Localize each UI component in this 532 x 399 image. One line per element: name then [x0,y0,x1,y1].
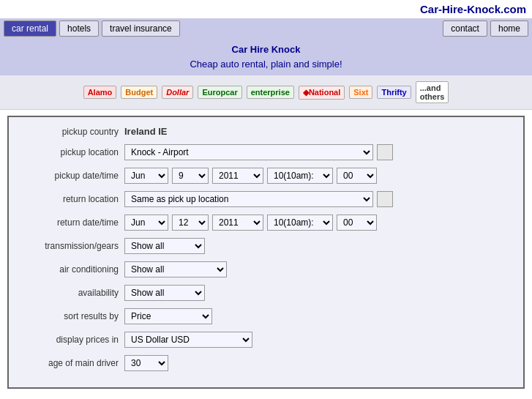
subtitle-line1: Car Hire Knock [0,42,532,57]
sort-row: sort results by Price Name Category [20,308,512,324]
nav-bar: car rental hotels travel insurance conta… [0,18,532,39]
pickup-datetime-controls: Jun 9 2011 10(10am): 00 [124,168,512,184]
return-color-box[interactable] [377,191,393,207]
transmission-controls: Show all Manual Automatic [124,238,512,254]
age-row: age of main driver 25 26 27 28 29 30 35 … [20,355,512,371]
return-month-select[interactable]: Jun [124,215,168,231]
ac-select[interactable]: Show all With AC Without AC [124,261,227,277]
pickup-country-value: Ireland IE [124,126,168,137]
currency-controls: US Dollar USD Euro EUR British Pound GBP [124,332,512,348]
ac-controls: Show all With AC Without AC [124,261,512,277]
age-label: age of main driver [20,358,119,368]
pickup-month-select[interactable]: Jun [124,168,168,184]
pickup-datetime-label: pickup date/time [20,171,119,181]
search-form: pickup country Ireland IE pickup locatio… [7,116,525,389]
subtitle: Car Hire Knock Cheap auto rental, plain … [0,39,532,75]
nav-left: car rental hotels travel insurance [4,20,443,37]
return-location-row: return location Same as pick up location [20,191,512,207]
nav-home[interactable]: home [490,20,528,37]
logo-alamo: Alamo [83,86,117,99]
pickup-color-box[interactable] [377,144,393,160]
nav-contact[interactable]: contact [443,20,487,37]
pickup-year-select[interactable]: 2011 [212,168,263,184]
logo-dollar: Dollar [162,86,193,99]
sort-label: sort results by [20,311,119,321]
availability-row: availability Show all Available only [20,285,512,301]
return-min-select[interactable]: 00 [337,215,377,231]
logo-europcar: Europcar [198,86,241,99]
logo-thrifty: Thrifty [377,86,411,99]
pickup-location-controls: Knock - Airport [124,144,512,160]
pickup-location-row: pickup location Knock - Airport [20,144,512,160]
nav-car-rental[interactable]: car rental [4,20,56,37]
logo-others: ...andothers [416,81,449,103]
availability-controls: Show all Available only [124,285,512,301]
nav-travel-insurance[interactable]: travel insurance [102,20,180,37]
pickup-location-label: pickup location [20,147,119,157]
ac-label: air conditioning [20,264,119,275]
availability-select[interactable]: Show all Available only [124,285,205,301]
pickup-min-select[interactable]: 00 [337,168,377,184]
ac-row: air conditioning Show all With AC Withou… [20,261,512,277]
pickup-datetime-row: pickup date/time Jun 9 2011 10(10am): 00 [20,168,512,184]
return-datetime-row: return date/time Jun 12 2011 10(10am): 0… [20,215,512,231]
logo-budget: Budget [121,86,157,99]
pickup-country-row: pickup country Ireland IE [20,126,512,137]
transmission-select[interactable]: Show all Manual Automatic [124,238,205,254]
logo-national: ◆National [299,86,345,100]
logo-enterprise: enterprise [247,86,294,99]
logo-bar: Alamo Budget Dollar Europcar enterprise … [0,75,532,110]
pickup-country-controls: Ireland IE [124,126,512,137]
logo-sixt: Sixt [349,86,372,99]
return-location-select[interactable]: Same as pick up location [124,191,373,207]
return-location-label: return location [20,194,119,204]
age-controls: 25 26 27 28 29 30 35 40 45 50 55 60 65 7… [124,355,512,371]
subtitle-line2: Cheap auto rental, plain and simple! [0,57,532,72]
pickup-time-select[interactable]: 10(10am): [267,168,333,184]
nav-hotels[interactable]: hotels [59,20,99,37]
return-day-select[interactable]: 12 [172,215,209,231]
age-select[interactable]: 25 26 27 28 29 30 35 40 45 50 55 60 65 7… [124,355,168,371]
nav-right: contact home [443,20,528,37]
return-datetime-controls: Jun 12 2011 10(10am): 00 [124,215,512,231]
return-datetime-label: return date/time [20,217,119,228]
availability-label: availability [20,288,119,298]
sort-controls: Price Name Category [124,308,512,324]
return-location-controls: Same as pick up location [124,191,512,207]
site-title: Car-Hire-Knock.com [0,0,532,18]
return-year-select[interactable]: 2011 [212,215,263,231]
return-time-select[interactable]: 10(10am): [267,215,333,231]
transmission-label: transmission/gears [20,241,119,251]
currency-label: display prices in [20,335,119,345]
currency-row: display prices in US Dollar USD Euro EUR… [20,332,512,348]
pickup-location-select[interactable]: Knock - Airport [124,144,373,160]
transmission-row: transmission/gears Show all Manual Autom… [20,238,512,254]
pickup-day-select[interactable]: 9 [172,168,209,184]
sort-select[interactable]: Price Name Category [124,308,212,324]
pickup-country-label: pickup country [20,127,119,137]
currency-select[interactable]: US Dollar USD Euro EUR British Pound GBP [124,332,252,348]
